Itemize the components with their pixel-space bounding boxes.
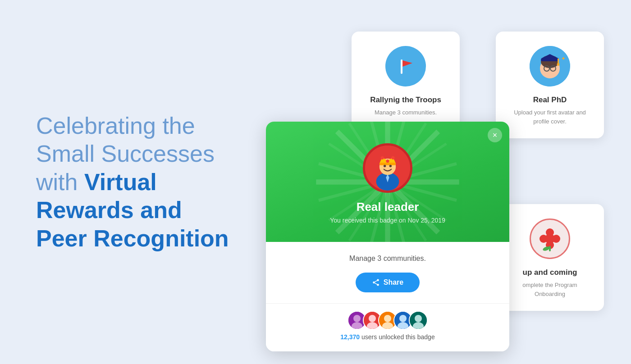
modal-close-button[interactable]: × xyxy=(488,128,502,142)
hero-line4: Rewards and xyxy=(36,197,182,223)
phd-icon: ✦ xyxy=(530,46,570,86)
hero-text: Celebrating the Small Successes with Vir… xyxy=(36,112,270,252)
badge-circle xyxy=(363,143,412,193)
svg-point-52 xyxy=(369,315,376,322)
svg-point-55 xyxy=(384,315,391,322)
avatars-row xyxy=(284,311,491,330)
card-rallynig[interactable]: Rallynig the Troops Manage 3 communities… xyxy=(352,32,460,130)
card-phd[interactable]: ✦ Real PhD Upload your first avatar and … xyxy=(496,32,604,138)
rallynig-title: Rallynig the Troops xyxy=(364,96,447,105)
badge-date: You received this badge on Nov 25, 2019 xyxy=(284,217,491,224)
modal-footer: 12,370 users unlocked this badge xyxy=(266,303,509,351)
svg-point-8 xyxy=(557,63,560,66)
hero-line3-normal: with xyxy=(36,169,84,195)
svg-point-17 xyxy=(545,234,555,244)
unlock-suffix: users unlocked this badge xyxy=(360,333,435,341)
hero-line2: Small Successes xyxy=(36,141,215,167)
unlock-count[interactable]: 12,370 xyxy=(340,333,360,341)
badge-title: Real leader xyxy=(284,200,491,214)
svg-line-46 xyxy=(375,283,377,284)
svg-point-43 xyxy=(377,279,379,282)
modal-header: × xyxy=(266,122,509,242)
svg-point-38 xyxy=(386,159,389,163)
avatar-5 xyxy=(409,311,428,330)
svg-point-61 xyxy=(415,315,422,322)
hero-line1: Celebrating the xyxy=(36,113,195,139)
share-label: Share xyxy=(384,278,403,287)
hero-line3-bold: Virtual xyxy=(84,169,157,195)
svg-rect-1 xyxy=(401,59,402,74)
unlock-text: 12,370 users unlocked this badge xyxy=(284,333,491,341)
modal-body: Manage 3 communities. Share xyxy=(266,242,509,303)
svg-point-44 xyxy=(373,282,375,284)
svg-point-41 xyxy=(384,165,386,167)
svg-point-45 xyxy=(377,284,379,286)
svg-point-37 xyxy=(381,156,384,159)
svg-line-47 xyxy=(375,281,377,282)
svg-text:✦: ✦ xyxy=(561,55,566,62)
share-button[interactable]: Share xyxy=(356,273,420,292)
svg-rect-0 xyxy=(393,54,418,78)
rallynig-icon xyxy=(385,46,426,86)
phd-desc: Upload your first avatar and profile cov… xyxy=(508,108,591,126)
badge-icon xyxy=(363,143,412,193)
svg-point-49 xyxy=(353,315,361,322)
rallynig-desc: Manage 3 communities. xyxy=(364,108,447,117)
badge-modal: × xyxy=(266,122,509,351)
svg-rect-40 xyxy=(380,163,396,165)
svg-point-58 xyxy=(399,315,407,322)
upcoming-desc: omplete the Program Onboarding xyxy=(508,281,591,298)
card-upcoming[interactable]: up and coming omplete the Program Onboar… xyxy=(496,204,604,311)
phd-title: Real PhD xyxy=(508,96,591,105)
svg-point-42 xyxy=(389,165,392,167)
hero-section: Celebrating the Small Successes with Vir… xyxy=(36,112,270,252)
modal-description: Manage 3 communities. xyxy=(284,255,491,263)
upcoming-title: up and coming xyxy=(508,268,591,277)
flower-icon xyxy=(530,218,570,259)
hero-line5: Peer Recognition xyxy=(36,225,229,251)
svg-point-39 xyxy=(391,156,394,159)
